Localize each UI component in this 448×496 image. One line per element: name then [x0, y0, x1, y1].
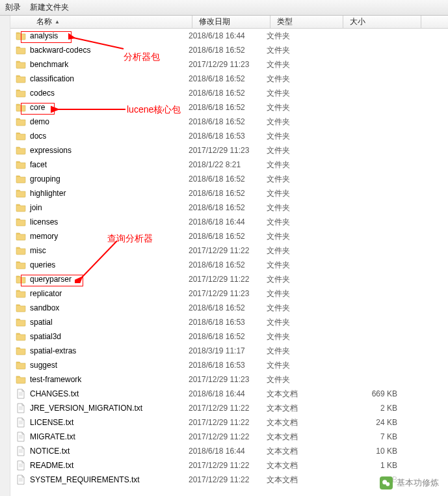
file-row[interactable]: spatial3d2018/6/18 16:52文件夹	[0, 329, 448, 344]
header-name-label: 名称	[36, 16, 52, 27]
file-type: 文件夹	[260, 245, 333, 256]
file-type: 文件夹	[260, 202, 333, 214]
file-list[interactable]: analysis2018/6/18 16:44文件夹backward-codec…	[0, 29, 448, 487]
file-name-cell[interactable]: core	[12, 102, 182, 113]
folder-icon	[16, 346, 26, 356]
header-size[interactable]: 大小	[343, 16, 421, 28]
file-date: 2017/12/29 11:22	[182, 404, 260, 413]
file-row[interactable]: highlighter2018/6/18 16:52文件夹	[0, 186, 448, 200]
file-type: 文件夹	[260, 117, 333, 128]
file-name-cell[interactable]: JRE_VERSION_MIGRATION.txt	[12, 403, 182, 413]
file-name-cell[interactable]: LICENSE.txt	[12, 417, 182, 428]
file-row[interactable]: join2018/6/18 16:52文件夹	[0, 200, 448, 215]
file-type: 文本文档	[260, 432, 333, 443]
file-type: 文本文档	[260, 403, 333, 414]
file-name-cell[interactable]: licenses	[12, 217, 182, 227]
header-name[interactable]: 名称 ▲	[10, 16, 192, 28]
file-name-cell[interactable]: docs	[12, 131, 182, 141]
file-row[interactable]: misc2017/12/29 11:22文件夹	[0, 243, 448, 258]
wechat-icon	[380, 476, 393, 489]
file-row[interactable]: benchmark2017/12/29 11:23文件夹	[0, 57, 448, 72]
file-row[interactable]: sandbox2018/6/18 16:52文件夹	[0, 301, 448, 315]
file-name-cell[interactable]: analysis	[12, 31, 182, 41]
file-row[interactable]: MIGRATE.txt2017/12/29 11:22文本文档7 KB	[0, 430, 448, 444]
file-row[interactable]: CHANGES.txt2018/6/18 16:44文本文档669 KB	[0, 387, 448, 401]
file-name-cell[interactable]: SYSTEM_REQUIREMENTS.txt	[12, 475, 182, 485]
file-name-cell[interactable]: README.txt	[12, 460, 182, 471]
file-row[interactable]: test-framework2017/12/29 11:23文件夹	[0, 372, 448, 387]
file-name-cell[interactable]: highlighter	[12, 188, 182, 199]
file-name-cell[interactable]: spatial-extras	[12, 346, 182, 356]
file-row[interactable]: queryparser2017/12/29 11:22文件夹	[0, 272, 448, 286]
file-name-cell[interactable]: classification	[12, 74, 182, 84]
header-date[interactable]: 修改日期	[192, 16, 270, 28]
file-date: 2018/6/18 16:44	[182, 217, 260, 227]
file-date: 2018/6/18 16:52	[182, 46, 260, 55]
file-name-cell[interactable]: test-framework	[12, 374, 182, 385]
file-name-cell[interactable]: NOTICE.txt	[12, 446, 182, 456]
file-row[interactable]: analysis2018/6/18 16:44文件夹	[0, 29, 448, 43]
file-name-cell[interactable]: memory	[12, 231, 182, 241]
file-name-cell[interactable]: grouping	[12, 174, 182, 184]
file-name-cell[interactable]: join	[12, 202, 182, 213]
toolbar-new-folder[interactable]: 新建文件夹	[30, 2, 69, 13]
file-size: 2 KB	[333, 404, 401, 413]
file-row[interactable]: docs2018/6/18 16:53文件夹	[0, 129, 448, 143]
file-row[interactable]: demo2018/6/18 16:52文件夹	[0, 115, 448, 129]
file-row[interactable]: classification2018/6/18 16:52文件夹	[0, 72, 448, 86]
toolbar-burn[interactable]: 刻录	[5, 2, 21, 13]
folder-icon	[16, 202, 26, 213]
file-icon	[16, 403, 26, 413]
file-row[interactable]: core2018/6/18 16:52文件夹	[0, 100, 448, 115]
file-name-cell[interactable]: suggest	[12, 360, 182, 370]
folder-icon	[16, 59, 26, 70]
file-row[interactable]: README.txt2017/12/29 11:22文本文档1 KB	[0, 458, 448, 473]
file-name-cell[interactable]: replicator	[12, 288, 182, 299]
file-name-label: facet	[30, 160, 47, 169]
file-row[interactable]: codecs2018/6/18 16:52文件夹	[0, 86, 448, 100]
file-row[interactable]: facet2018/1/22 8:21文件夹	[0, 158, 448, 172]
file-name-cell[interactable]: backward-codecs	[12, 45, 182, 55]
file-row[interactable]: JRE_VERSION_MIGRATION.txt2017/12/29 11:2…	[0, 401, 448, 415]
file-type: 文件夹	[260, 88, 333, 99]
file-name-cell[interactable]: sandbox	[12, 303, 182, 313]
file-name-cell[interactable]: misc	[12, 245, 182, 256]
file-row[interactable]: spatial2018/6/18 16:53文件夹	[0, 315, 448, 329]
file-name-cell[interactable]: benchmark	[12, 59, 182, 70]
file-name-cell[interactable]: codecs	[12, 88, 182, 98]
file-row[interactable]: expressions2017/12/29 11:23文件夹	[0, 143, 448, 158]
file-type: 文本文档	[260, 460, 333, 471]
file-name-cell[interactable]: facet	[12, 159, 182, 170]
file-name-cell[interactable]: queries	[12, 260, 182, 270]
file-row[interactable]: spatial-extras2018/3/19 11:17文件夹	[0, 344, 448, 358]
file-row[interactable]: NOTICE.txt2018/6/18 16:44文本文档10 KB	[0, 444, 448, 458]
file-name-cell[interactable]: spatial	[12, 317, 182, 327]
file-row[interactable]: backward-codecs2018/6/18 16:52文件夹	[0, 43, 448, 57]
watermark-text: 基本功修炼	[397, 477, 439, 489]
file-icon	[16, 432, 26, 442]
file-type: 文件夹	[260, 217, 333, 228]
file-size: 10 KB	[333, 447, 401, 456]
file-type: 文件夹	[260, 188, 333, 199]
file-name-cell[interactable]: demo	[12, 117, 182, 127]
file-name-label: highlighter	[30, 189, 66, 198]
file-row[interactable]: replicator2017/12/29 11:23文件夹	[0, 286, 448, 301]
file-row[interactable]: LICENSE.txt2017/12/29 11:22文本文档24 KB	[0, 415, 448, 430]
file-row[interactable]: grouping2018/6/18 16:52文件夹	[0, 172, 448, 186]
file-row[interactable]: memory2018/6/18 16:52文件夹	[0, 229, 448, 243]
file-date: 2018/6/18 16:52	[182, 103, 260, 112]
file-name-cell[interactable]: queryparser	[12, 274, 182, 284]
file-name-cell[interactable]: MIGRATE.txt	[12, 432, 182, 442]
file-type: 文件夹	[260, 231, 333, 242]
file-row[interactable]: queries2018/6/18 16:52文件夹	[0, 258, 448, 272]
file-row[interactable]: suggest2018/6/18 16:53文件夹	[0, 358, 448, 372]
file-date: 2017/12/29 11:23	[182, 60, 260, 69]
folder-icon	[16, 145, 26, 156]
header-type[interactable]: 类型	[270, 16, 343, 28]
folder-icon	[16, 303, 26, 313]
file-name-cell[interactable]: expressions	[12, 145, 182, 156]
file-name-cell[interactable]: CHANGES.txt	[12, 389, 182, 399]
svg-point-7	[386, 482, 389, 486]
file-name-cell[interactable]: spatial3d	[12, 331, 182, 342]
file-row[interactable]: licenses2018/6/18 16:44文件夹	[0, 215, 448, 229]
